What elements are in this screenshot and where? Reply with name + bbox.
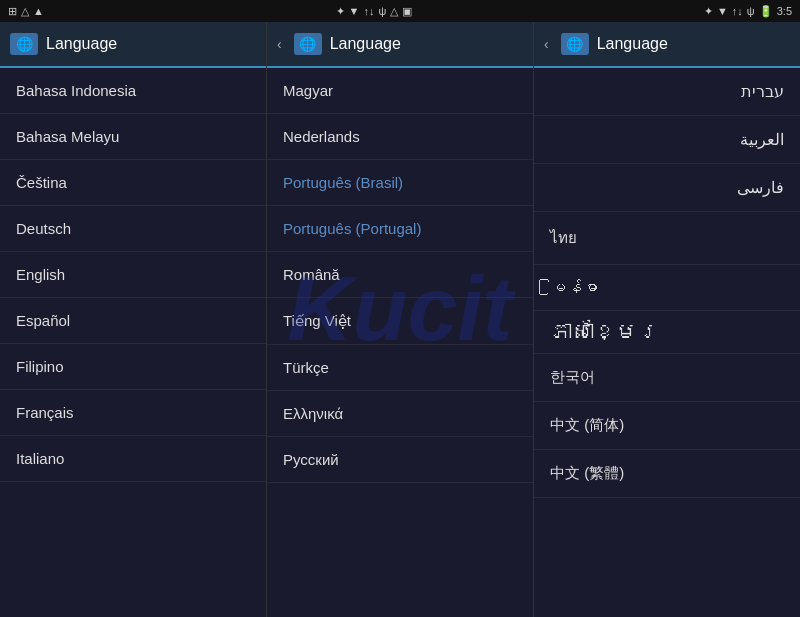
list-item[interactable]: Español [0, 298, 266, 344]
col1-header-icon: 🌐 [10, 33, 38, 55]
list-item-korean[interactable]: 한국어 [534, 354, 800, 402]
status-icon-wifi: ▼ [349, 5, 360, 17]
col3-lang-list: עברית العربية فارسی ไทย မြန်မာ ភាសាខ្មែរ… [534, 68, 800, 617]
column-1: 🌐 Language Bahasa Indonesia Bahasa Melay… [0, 22, 267, 617]
list-item[interactable]: Deutsch [0, 206, 266, 252]
status-icon-bt2: ✦ [704, 5, 713, 18]
status-icon-1: ⊞ [8, 5, 17, 18]
col3-back-arrow: ‹ [544, 36, 549, 52]
status-icon-signal: ↑↓ [363, 5, 374, 17]
status-icon-sig2: ↑↓ [732, 5, 743, 17]
col3-header: ‹ 🌐 Language [534, 22, 800, 68]
status-icon-ψ: ψ [378, 5, 386, 17]
col2-header-icon: 🌐 [294, 33, 322, 55]
status-bar: ⊞ △ ▲ ✦ ▼ ↑↓ ψ △ ▣ ✦ ▼ ↑↓ ψ 🔋 3:5 [0, 0, 800, 22]
col3-header-title: Language [597, 35, 668, 53]
list-item-arabic[interactable]: العربية [534, 116, 800, 164]
status-icon-bt: ✦ [336, 5, 345, 18]
col2-lang-list: Magyar Nederlands Português (Brasil) Por… [267, 68, 533, 617]
list-item-english[interactable]: English [0, 252, 266, 298]
list-item-thai[interactable]: ไทย [534, 212, 800, 265]
list-item[interactable]: Magyar [267, 68, 533, 114]
status-icon-3: ▲ [33, 5, 44, 17]
list-item[interactable]: Türkçe [267, 345, 533, 391]
list-item[interactable]: Română [267, 252, 533, 298]
list-item[interactable]: Filipino [0, 344, 266, 390]
list-item[interactable]: Nederlands [267, 114, 533, 160]
status-icon-box: ▣ [402, 5, 412, 18]
list-item[interactable]: Bahasa Indonesia [0, 68, 266, 114]
list-item-myanmar[interactable]: မြန်မာ [534, 265, 800, 311]
columns-wrapper: 🌐 Language Bahasa Indonesia Bahasa Melay… [0, 22, 800, 617]
list-item[interactable]: Bahasa Melayu [0, 114, 266, 160]
col1-lang-list: Bahasa Indonesia Bahasa Melayu Čeština D… [0, 68, 266, 617]
status-icon-alert: △ [390, 5, 398, 18]
list-item-chinese-simplified[interactable]: 中文 (简体) [534, 402, 800, 450]
col2-header: ‹ 🌐 Language [267, 22, 533, 68]
list-item[interactable]: Italiano [0, 436, 266, 482]
list-item[interactable]: Русский [267, 437, 533, 483]
column-2: ‹ 🌐 Language Magyar Nederlands Português… [267, 22, 534, 617]
col2-header-title: Language [330, 35, 401, 53]
list-item[interactable]: Français [0, 390, 266, 436]
status-icon-psi2: ψ [747, 5, 755, 17]
col3-header-icon: 🌐 [561, 33, 589, 55]
status-bar-left: ⊞ △ ▲ [8, 5, 44, 18]
list-item-pt-portugal[interactable]: Português (Portugal) [267, 206, 533, 252]
status-icon-2: △ [21, 5, 29, 18]
list-item-farsi[interactable]: فارسی [534, 164, 800, 212]
list-item[interactable]: Tiếng Việt [267, 298, 533, 345]
status-icon-wifi2: ▼ [717, 5, 728, 17]
status-time: 3:5 [777, 5, 792, 17]
list-item-khmer[interactable]: ភាសាខ្មែរ [534, 311, 800, 354]
list-item[interactable]: Ελληνικά [267, 391, 533, 437]
list-item-hebrew[interactable]: עברית [534, 68, 800, 116]
status-icon-bat: 🔋 [759, 5, 773, 18]
list-item-chinese-traditional[interactable]: 中文 (繁體) [534, 450, 800, 498]
col1-header: 🌐 Language [0, 22, 266, 68]
status-bar-center: ✦ ▼ ↑↓ ψ △ ▣ [336, 5, 413, 18]
status-bar-right: ✦ ▼ ↑↓ ψ 🔋 3:5 [704, 5, 792, 18]
column-3: ‹ 🌐 Language עברית العربية فارسی ไทย မြန… [534, 22, 800, 617]
col1-header-title: Language [46, 35, 117, 53]
col2-back-arrow: ‹ [277, 36, 282, 52]
list-item-pt-brasil[interactable]: Português (Brasil) [267, 160, 533, 206]
list-item[interactable]: Čeština [0, 160, 266, 206]
